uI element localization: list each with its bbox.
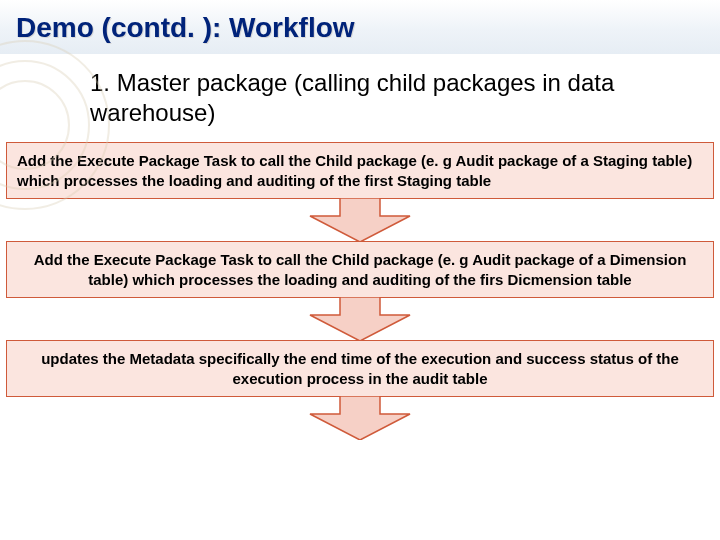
subtitle-wrap: 1. Master package (calling child package… bbox=[0, 54, 720, 138]
flow-arrow-3 bbox=[6, 396, 714, 440]
svg-marker-0 bbox=[310, 198, 410, 242]
flow-step-2: Add the Execute Package Task to call the… bbox=[6, 241, 714, 298]
slide-header: Demo (contd. ): Workflow bbox=[0, 0, 720, 54]
down-arrow-icon bbox=[300, 198, 420, 242]
flow-step-1: Add the Execute Package Task to call the… bbox=[6, 142, 714, 199]
flow-arrow-1 bbox=[6, 198, 714, 242]
svg-marker-1 bbox=[310, 297, 410, 341]
section-subtitle: 1. Master package (calling child package… bbox=[90, 68, 690, 128]
down-arrow-icon bbox=[300, 396, 420, 440]
flow-step-3: updates the Metadata specifically the en… bbox=[6, 340, 714, 397]
workflow-diagram: Add the Execute Package Task to call the… bbox=[0, 138, 720, 440]
page-title: Demo (contd. ): Workflow bbox=[16, 12, 704, 44]
svg-marker-2 bbox=[310, 396, 410, 440]
down-arrow-icon bbox=[300, 297, 420, 341]
flow-arrow-2 bbox=[6, 297, 714, 341]
